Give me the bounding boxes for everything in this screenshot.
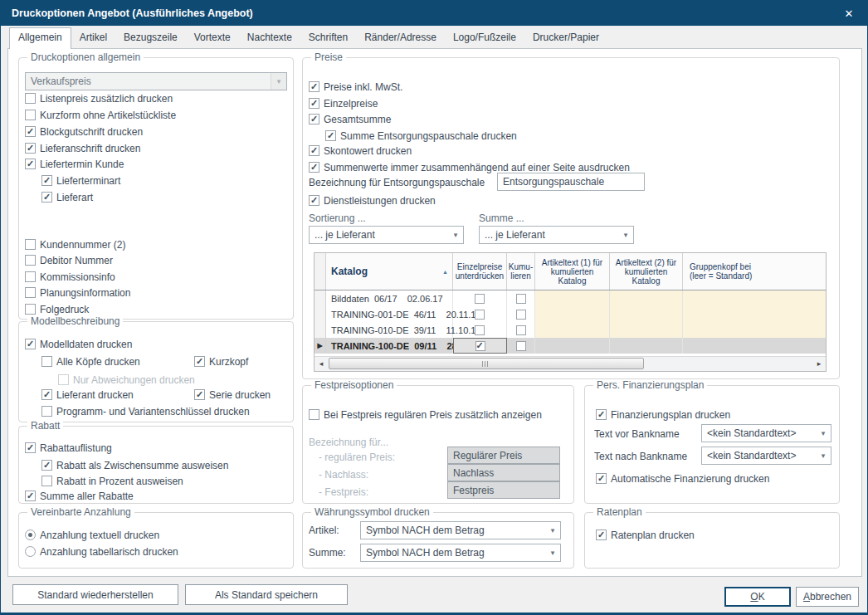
cancel-button[interactable]: Abbrechen [796, 587, 859, 607]
cell-checkbox[interactable] [475, 341, 485, 351]
tab-artikel[interactable]: Artikel [71, 28, 115, 48]
horizontal-scrollbar[interactable]: ◂ ▸ [315, 356, 826, 371]
cell-checkbox[interactable] [516, 341, 526, 351]
checkbox-kurzkopf[interactable]: Kurzkopf [194, 355, 248, 368]
cell-checkbox[interactable] [475, 325, 485, 335]
checkbox-rabatt-prozent[interactable]: Rabatt in Prozent ausweisen [41, 475, 183, 487]
checkbox-summe-entsorgung[interactable]: Summe Entsorgungspauschale drucken [325, 129, 517, 142]
checkbox-einzelpreise[interactable]: Einzelpreise [309, 97, 378, 110]
column-header-artikeltext2[interactable]: Artikeltext (2) für kumulierten Katalog [610, 253, 683, 290]
checkbox-automatische-finanzierung[interactable]: Automatische Finanzierung drucken [596, 472, 769, 485]
checkbox-summe-rabatte[interactable]: Summe aller Rabatte [25, 490, 134, 502]
column-header-artikeltext1[interactable]: Artikeltext (1) für kumulierten Katalog [535, 253, 610, 290]
cell-checkbox[interactable] [475, 294, 485, 304]
summe-value: ... je Lieferant [485, 229, 545, 241]
checkbox-gesamtsumme[interactable]: Gesamtsumme [309, 113, 391, 125]
radio-anzahlung-textuell[interactable]: Anzahlung textuell drucken [25, 529, 159, 541]
checkbox-programm-varianten[interactable]: Programm- und Variantenschlüssel drucken [41, 405, 250, 417]
checkbox-alle-koepfe[interactable]: Alle Köpfe drucken [41, 355, 140, 368]
cell-checkbox[interactable] [516, 294, 526, 304]
tab-drucker-papier[interactable]: Drucker/Papier [524, 28, 607, 48]
checkbox-finanzierungsplan[interactable]: Finanzierungsplan drucken [596, 408, 730, 421]
text-nach-bankname-select[interactable]: <kein Standardtext> ▾ [701, 447, 831, 465]
checkbox-liefertermin-kunde[interactable]: Liefertermin Kunde [25, 158, 124, 170]
cell-checkbox[interactable] [516, 325, 526, 335]
tab-schriften[interactable]: Schriften [300, 28, 356, 48]
scrollbar-thumb[interactable] [329, 358, 644, 369]
sortierung-select[interactable]: ... je Lieferant ▾ [309, 226, 464, 244]
artikeltext2-cell[interactable] [610, 290, 683, 306]
checkbox-debitor-nummer[interactable]: Debitor Nummer [25, 254, 113, 266]
checkbox-kundennummer[interactable]: Kundennummer (2) [25, 238, 125, 251]
artikeltext1-cell[interactable] [535, 306, 610, 322]
sortierung-value: ... je Lieferant [315, 229, 375, 241]
checkbox-label: Summenwerte immer zusammenhängend auf ei… [324, 162, 630, 173]
checkbox-folgedruck[interactable]: Folgedruck [25, 303, 89, 315]
checkbox-preise-mwst[interactable]: Preise inkl. MwSt. [309, 81, 402, 93]
save-as-default-button[interactable]: Als Standard speichern [185, 584, 348, 605]
checkbox-festpreis-regulaer[interactable]: Bei Festpreis regulären Preis zusätzlich… [309, 408, 542, 421]
entsorgung-input[interactable] [497, 173, 645, 191]
gruppenkopf-cell[interactable] [683, 290, 826, 306]
checkbox-listenpreis[interactable]: Listenpreis zusätzlich drucken [25, 92, 173, 105]
gruppenkopf-cell[interactable] [683, 306, 826, 322]
tab-logo-fusszeile[interactable]: Logo/Fußzeile [445, 28, 524, 48]
checkbox-dienstleistungen[interactable]: Dienstleistungen drucken [309, 194, 436, 207]
table-row[interactable]: Bilddaten 06/17 02.06.17 [315, 290, 826, 306]
waehrung-summe-select[interactable]: Symbol NACH dem Betrag ▾ [360, 544, 561, 562]
tab-allgemein[interactable]: Allgemein [9, 27, 71, 49]
column-header-gruppenkopf[interactable]: Gruppenkopf bei (leer = Standard) [683, 253, 826, 290]
artikeltext2-cell[interactable] [610, 338, 683, 354]
table-row[interactable]: TRAINING-010-DE 39/11 11.10.11 [315, 322, 826, 338]
gruppenkopf-cell[interactable] [683, 338, 826, 354]
checkbox-ratenplan[interactable]: Ratenplan drucken [596, 529, 695, 541]
checkbox-lieferanschrift[interactable]: Lieferanschrift drucken [25, 142, 140, 154]
scroll-right-icon[interactable]: ▸ [812, 357, 826, 370]
checkbox-summenwerte-seite[interactable]: Summenwerte immer zusammenhängend auf ei… [309, 161, 630, 173]
checkbox-skontowert[interactable]: Skontowert drucken [309, 144, 412, 157]
checkbox-box [41, 389, 52, 400]
checkbox-box [25, 491, 36, 501]
artikeltext2-cell[interactable] [610, 322, 683, 338]
column-header-katalog[interactable]: Katalog▲ [326, 253, 453, 290]
checkbox-lieferant-drucken[interactable]: Lieferant drucken [41, 388, 134, 401]
table-row[interactable]: TRAINING-001-DE 46/11 20.11.12 [315, 306, 826, 322]
artikeltext1-cell[interactable] [535, 338, 610, 354]
checkbox-kommissionsinfo[interactable]: Kommissionsinfo [25, 271, 115, 283]
close-icon[interactable]: ✕ [831, 1, 867, 26]
title-bar[interactable]: Druckoptionen Angebot (Ausführliches Ang… [1, 1, 867, 26]
checkbox-modelldaten[interactable]: Modelldaten drucken [25, 338, 132, 350]
tab-nachtexte[interactable]: Nachtexte [239, 28, 300, 48]
tab-raender-adresse[interactable]: Ränder/Adresse [356, 28, 445, 48]
group-title: Preise [311, 51, 346, 64]
checkbox-box [596, 530, 607, 540]
artikeltext1-cell[interactable] [535, 290, 610, 306]
scroll-left-icon[interactable]: ◂ [315, 357, 328, 370]
column-header-kumulieren[interactable]: Kumu-lieren [507, 253, 535, 290]
tab-vortexte[interactable]: Vortexte [186, 28, 239, 48]
checkbox-label: Gesamtsumme [324, 114, 391, 125]
cell-checkbox[interactable] [475, 310, 485, 320]
restore-default-button[interactable]: Standard wiederherstellen [12, 584, 178, 605]
column-header-einzelpreise[interactable]: Einzelpreise unterdrücken [453, 253, 507, 290]
gruppenkopf-cell[interactable] [683, 322, 826, 338]
radio-anzahlung-tabellarisch[interactable]: Anzahlung tabellarisch drucken [25, 545, 178, 558]
checkbox-box [41, 460, 52, 471]
tab-bezugszeile[interactable]: Bezugszeile [115, 28, 186, 48]
ok-button[interactable]: OK [724, 587, 791, 607]
waehrung-artikel-select[interactable]: Symbol NACH dem Betrag ▾ [360, 521, 561, 539]
artikeltext1-cell[interactable] [535, 322, 610, 338]
checkbox-kurzform[interactable]: Kurzform ohne Artikelstückliste [25, 109, 176, 121]
table-row-selected[interactable]: ▶ TRAINING-100-DE 09/11 28.02.11 [315, 338, 826, 354]
checkbox-lieferart[interactable]: Lieferart [41, 191, 93, 203]
checkbox-rabattauflistung[interactable]: Rabattauflistung [25, 442, 112, 454]
checkbox-blockgutschrift[interactable]: Blockgutschrift drucken [25, 125, 143, 138]
checkbox-planungsinformation[interactable]: Planungsinformation [25, 286, 130, 299]
text-vor-bankname-select[interactable]: <kein Standardtext> ▾ [701, 424, 831, 442]
artikeltext2-cell[interactable] [610, 306, 683, 322]
checkbox-lieferterminart[interactable]: Lieferterminart [41, 174, 120, 187]
checkbox-serie-drucken[interactable]: Serie drucken [194, 388, 271, 401]
summe-select[interactable]: ... je Lieferant ▾ [479, 226, 634, 244]
cell-checkbox[interactable] [516, 310, 526, 320]
checkbox-rabatt-zwischensumme[interactable]: Rabatt als Zwischensumme ausweisen [41, 459, 228, 471]
